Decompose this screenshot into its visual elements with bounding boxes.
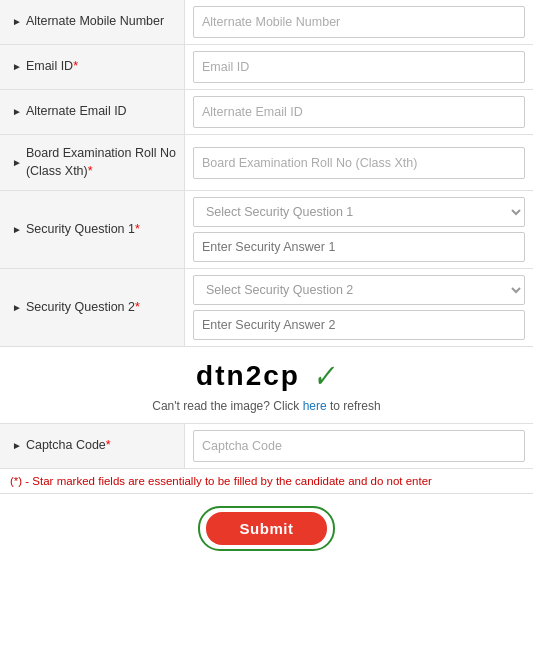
security-q1-select[interactable]: Select Security Question 1 — [193, 197, 525, 227]
arrow-icon: ► — [12, 156, 22, 170]
alternate-email-row: ► Alternate Email ID — [0, 90, 533, 135]
captcha-refresh-text: Can't read the image? Click here to refr… — [152, 399, 380, 413]
email-input[interactable] — [193, 51, 525, 83]
captcha-image-area: dtn2cp ✓ — [196, 357, 337, 395]
security-answer1-input[interactable] — [193, 232, 525, 262]
captcha-input-cell — [185, 424, 533, 468]
required-marker: * — [88, 164, 93, 178]
email-input-cell — [185, 45, 533, 89]
alternate-email-input[interactable] — [193, 96, 525, 128]
required-marker: * — [135, 300, 140, 314]
alternate-email-label: ► Alternate Email ID — [0, 90, 185, 134]
captcha-input-row: ► Captcha Code* — [0, 424, 533, 469]
security-q2-label: ► Security Question 2* — [0, 269, 185, 346]
board-exam-input[interactable] — [193, 147, 525, 179]
alternate-mobile-input-cell — [185, 0, 533, 44]
registration-form: ► Alternate Mobile Number ► Email ID* ► … — [0, 0, 533, 555]
email-label: ► Email ID* — [0, 45, 185, 89]
alternate-mobile-label: ► Alternate Mobile Number — [0, 0, 185, 44]
checkmark-icon: ✓ — [313, 357, 335, 395]
captcha-label: ► Captcha Code* — [0, 424, 185, 468]
captcha-display-area: dtn2cp ✓ Can't read the image? Click her… — [0, 347, 533, 424]
captcha-input[interactable] — [193, 430, 525, 462]
alternate-mobile-input[interactable] — [193, 6, 525, 38]
submit-button[interactable]: Submit — [206, 512, 328, 545]
board-exam-row: ► Board Examination Roll No (Class Xth)* — [0, 135, 533, 191]
arrow-icon: ► — [12, 439, 22, 453]
security-q2-inputs: Select Security Question 2 — [185, 269, 533, 346]
captcha-refresh-link[interactable]: here — [303, 399, 327, 413]
required-marker: * — [135, 222, 140, 236]
board-exam-input-cell — [185, 135, 533, 190]
submit-button-wrapper: Submit — [206, 512, 328, 545]
arrow-icon: ► — [12, 223, 22, 237]
security-answer2-input[interactable] — [193, 310, 525, 340]
security-q2-select[interactable]: Select Security Question 2 — [193, 275, 525, 305]
required-marker: * — [73, 59, 78, 73]
security-q2-row: ► Security Question 2* Select Security Q… — [0, 269, 533, 347]
security-q1-row: ► Security Question 1* Select Security Q… — [0, 191, 533, 269]
email-row: ► Email ID* — [0, 45, 533, 90]
note-text: (*) - Star marked fields are essentially… — [0, 469, 533, 494]
arrow-icon: ► — [12, 105, 22, 119]
security-q1-inputs: Select Security Question 1 — [185, 191, 533, 268]
alternate-email-input-cell — [185, 90, 533, 134]
arrow-icon: ► — [12, 301, 22, 315]
arrow-icon: ► — [12, 15, 22, 29]
captcha-value: dtn2cp — [196, 360, 300, 392]
board-exam-label: ► Board Examination Roll No (Class Xth)* — [0, 135, 185, 190]
security-q1-label: ► Security Question 1* — [0, 191, 185, 268]
required-marker: * — [106, 438, 111, 452]
arrow-icon: ► — [12, 60, 22, 74]
alternate-mobile-row: ► Alternate Mobile Number — [0, 0, 533, 45]
submit-row: Submit — [0, 494, 533, 555]
